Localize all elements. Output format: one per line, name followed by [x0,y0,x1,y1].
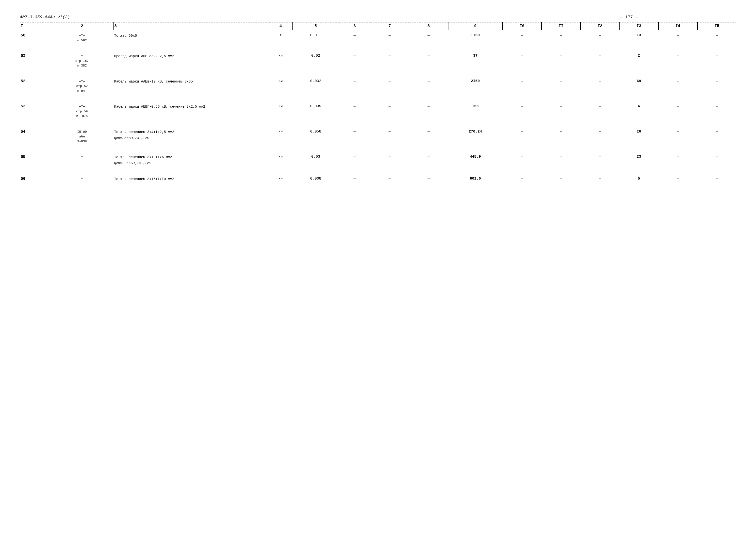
row-num: 53 [20,101,51,120]
row-col6: — [339,30,370,44]
col-header-9: 9 [448,22,503,30]
row-unit: км [269,101,292,120]
row-unit: т [269,30,292,44]
row-col5: 0,0II [292,30,339,44]
price-note: Цена: 330хI,2хI,I26 [114,161,268,166]
main-table: I 2 3 4 5 6 7 8 9 I0 II I2 I3 I4 I5 50—"… [20,22,736,190]
row-col13: I3 [619,152,658,167]
table-row: 53—"— стр.59 п.I075Кабель марки АЕВГ-0,6… [20,101,736,120]
row-desc: Кабель марки АЕВГ-0,66 кВ, сечение 2х2,5… [113,101,269,120]
row-col8: — [409,51,448,69]
col-header-12: I2 [580,22,619,30]
row-num: 56 [20,174,51,183]
table-row: 55—"—То же, сечением 3хI0+Iх6 мм2Цена: 3… [20,152,736,167]
row-ref: —"— [51,152,113,167]
row-col10: — [503,127,541,145]
row-col13: I3 [619,30,658,44]
row-col5: 0,02 [292,51,339,69]
row-spacer [20,120,736,127]
row-col7: — [370,152,409,167]
row-desc: То же, сечением 3хI0+Iх6 мм2Цена: 330хI,… [113,152,269,167]
col-header-13: I3 [619,22,658,30]
row-col8: — [409,174,448,183]
row-col8: — [409,101,448,120]
row-col7: — [370,127,409,145]
row-desc: Кабель марки ААШв-I0 кВ, сечением 3х35 [113,76,269,95]
row-col5: 0,032 [292,76,339,95]
col-header-11: II [541,22,580,30]
row-desc: То же, сечением 3х4+Iх2,5 мм2Цена:200хI,… [113,127,269,145]
row-spacer [20,69,736,76]
table-row: 54I5-09 табл. 3-038То же, сечением 3х4+I… [20,127,736,145]
row-col10: — [503,51,541,69]
row-unit: км [269,51,292,69]
table-row: 50—"— п.562То же, 60х6т0,0II———II60———I3… [20,30,736,44]
row-col14: — [659,101,697,120]
row-col11: — [541,76,580,95]
row-col12: — [580,152,619,167]
row-col12: — [580,174,619,183]
row-ref: —"— стр.52 п.94I [51,76,113,95]
row-col10: — [503,76,541,95]
row-col15: — [697,101,736,120]
row-col15: — [697,152,736,167]
row-num: 52 [20,76,51,95]
column-header-row: I 2 3 4 5 6 7 8 9 I0 II I2 I3 I4 I5 [20,22,736,30]
row-spacer [20,94,736,101]
row-col13: 69 [619,76,658,95]
row-unit: км [269,76,292,95]
row-col15: — [697,127,736,145]
row-ref: —"— стр.59 п.I075 [51,101,113,120]
row-col12: — [580,76,619,95]
row-spacer [20,145,736,152]
row-spacer [20,167,736,174]
row-col9: II60 [448,30,503,44]
row-col14: — [659,127,697,145]
row-col15: — [697,76,736,95]
row-col11: — [541,127,580,145]
row-col14: — [659,76,697,95]
row-col15: — [697,174,736,183]
row-col9: 445,9 [448,152,503,167]
row-col8: — [409,30,448,44]
row-col9: 37 [448,51,503,69]
row-col15: — [697,30,736,44]
row-col13: 6 [619,101,658,120]
row-col8: — [409,127,448,145]
col-header-8: 8 [409,22,448,30]
col-header-1: I [20,22,51,30]
row-col10: — [503,174,541,183]
row-col10: — [503,152,541,167]
col-header-15: I5 [697,22,736,30]
row-col14: — [659,152,697,167]
row-num: 5I [20,51,51,69]
col-header-10: I0 [503,22,541,30]
row-unit: км [269,127,292,145]
row-spacer [20,183,736,190]
row-col6: — [339,101,370,120]
row-col11: — [541,51,580,69]
row-col14: — [659,174,697,183]
row-num: 50 [20,30,51,44]
row-spacer [20,44,736,51]
row-col10: — [503,101,541,120]
row-col6: — [339,76,370,95]
row-col15: — [697,51,736,69]
row-col11: — [541,174,580,183]
row-num: 55 [20,152,51,167]
row-col13: 5 [619,174,658,183]
row-ref: —"— п.562 [51,30,113,44]
row-col14: — [659,30,697,44]
row-col5: 0,058 [292,127,339,145]
row-col6: — [339,152,370,167]
doc-header: 407-3-359.84Ан.VI(2) — 177 — [20,15,736,19]
row-ref: I5-09 табл. 3-038 [51,127,113,145]
row-desc: То же, сечением 3хI6+IхI0 мм2 [113,174,269,183]
table-row: 56—"—То же, сечением 3хI6+IхI0 мм2км0,00… [20,174,736,183]
col-header-6: 6 [339,22,370,30]
doc-number: 407-3-359.84Ан.VI(2) [20,15,70,19]
col-header-3: 3 [113,22,269,30]
page-marker: — 177 — [620,15,638,19]
row-col12: — [580,101,619,120]
row-unit: км [269,152,292,167]
